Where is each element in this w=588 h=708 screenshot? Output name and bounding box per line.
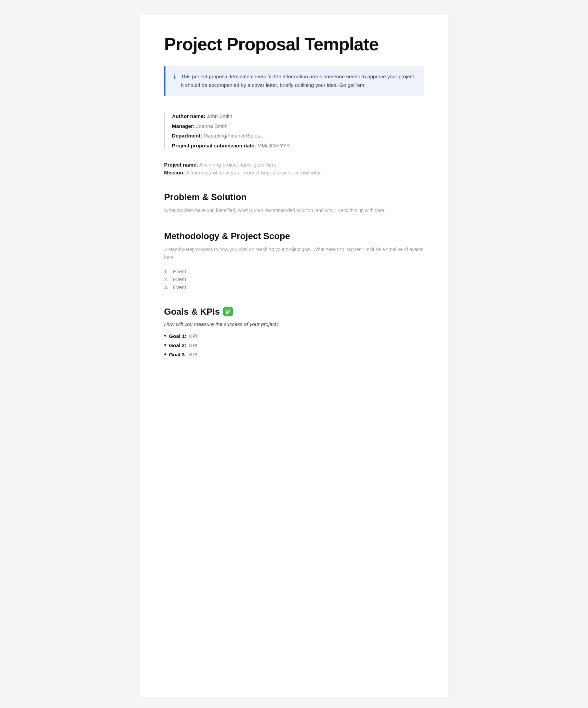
info-icon: ℹ (174, 73, 176, 81)
methodology-description: A step-by-step process to how you plan o… (164, 246, 424, 261)
project-info-block: Project name: A winning project name goe… (164, 162, 424, 175)
author-value: John Smith (207, 113, 232, 119)
goals-heading: Goals & KPIs ✅ (164, 306, 424, 317)
list-item: 3. Event (164, 284, 424, 290)
problem-section: Problem & Solution What problem have you… (164, 192, 424, 214)
submission-value: MM/DD/YYYY (257, 143, 290, 148)
author-label: Author name: (172, 113, 205, 119)
meta-block: Author name: John Smith Manager: Joanna … (164, 113, 424, 149)
check-emoji-icon: ✅ (223, 307, 233, 316)
department-value: Marketing/Finance/Sales… (204, 133, 265, 139)
goal-value: KPI (189, 352, 197, 357)
author-row: Author name: John Smith (172, 113, 424, 120)
submission-row: Project proposal submission date: MM/DD/… (172, 142, 424, 150)
list-item: Goal 2: KPI (164, 342, 424, 349)
project-name-value: A winning project name goes here (199, 162, 277, 168)
list-item: 2. Event (164, 276, 424, 282)
goal-label: Goal 1: (169, 333, 186, 339)
goals-list: Goal 1: KPI Goal 2: KPI Goal 3: KPI (164, 332, 424, 358)
events-list: 1. Event 2. Event 3. Event (164, 268, 424, 290)
mission-value: A summary of what your product hopes to … (186, 170, 321, 175)
manager-label: Manager: (172, 123, 195, 129)
goal-value: KPI (189, 342, 197, 348)
goal-label: Goal 2: (169, 342, 186, 348)
page-title: Project Proposal Template (164, 34, 424, 55)
goal-label: Goal 3: (169, 352, 186, 357)
list-item: 1. Event (164, 268, 424, 274)
department-label: Department: (172, 133, 202, 139)
goals-section: Goals & KPIs ✅ How will you measure the … (164, 306, 424, 358)
methodology-heading: Methodology & Project Scope (164, 231, 424, 241)
info-box-text: This project proposal template covers al… (181, 73, 416, 90)
department-row: Department: Marketing/Finance/Sales… (172, 132, 424, 140)
info-box: ℹ This project proposal template covers … (164, 66, 424, 96)
page-container: Project Proposal Template ℹ This project… (140, 14, 448, 698)
manager-row: Manager: Joanna Smith (172, 122, 424, 130)
problem-heading: Problem & Solution (164, 192, 424, 202)
goal-value: KPI (189, 333, 197, 339)
project-name-label: Project name: (164, 162, 198, 168)
mission-label: Mission: (164, 170, 185, 175)
list-item: Goal 1: KPI (164, 332, 424, 340)
mission-row: Mission: A summary of what your product … (164, 170, 424, 175)
manager-value: Joanna Smith (196, 123, 228, 129)
submission-label: Project proposal submission date: (172, 143, 256, 148)
methodology-section: Methodology & Project Scope A step-by-st… (164, 231, 424, 290)
problem-description: What problem have you identified, what i… (164, 207, 424, 214)
goals-italic-text: How will you measure the success of your… (164, 321, 424, 327)
project-name-row: Project name: A winning project name goe… (164, 162, 424, 168)
list-item: Goal 3: KPI (164, 351, 424, 358)
